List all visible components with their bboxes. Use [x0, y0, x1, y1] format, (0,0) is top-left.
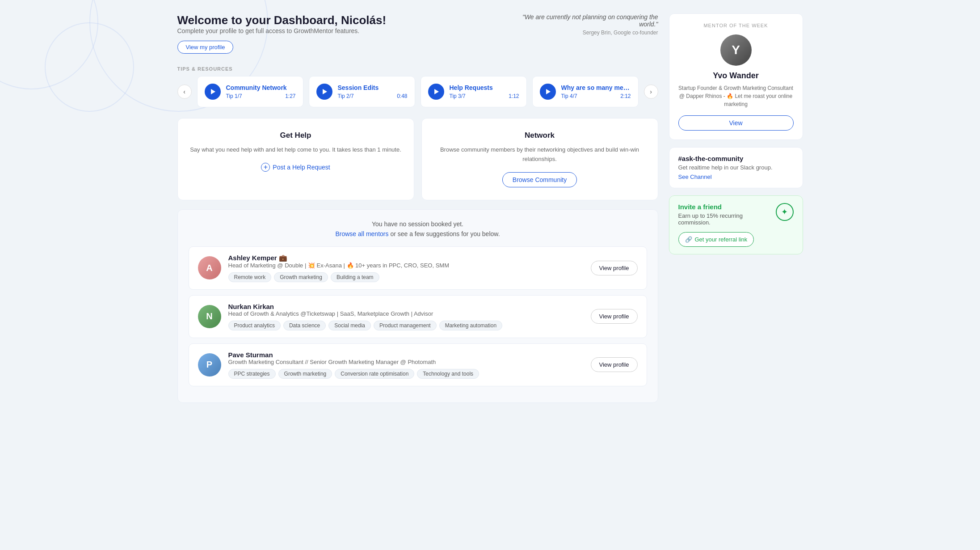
- browse-community-button[interactable]: Browse Community: [502, 172, 577, 187]
- get-help-title: Get Help: [189, 131, 403, 140]
- view-profile-button-1[interactable]: View profile: [591, 309, 638, 324]
- get-referral-link-button[interactable]: 🔗 Get your referral link: [678, 232, 754, 247]
- view-my-profile-button[interactable]: View my profile: [177, 41, 234, 54]
- invite-desc: Earn up to 15% recurring commission.: [678, 212, 776, 226]
- tip-info-1: Session Edits Tip 2/7 0:48: [338, 84, 408, 99]
- slack-desc: Get realtime help in our Slack group.: [678, 164, 794, 171]
- referral-btn-label: Get your referral link: [695, 236, 748, 243]
- help-network-row: Get Help Say what you need help with and…: [177, 118, 658, 200]
- tip-info-0: Community Network Tip 1/7 1:27: [226, 84, 296, 99]
- tag-ppc-strategies: PPC strategies: [228, 369, 276, 379]
- post-help-request-button[interactable]: + Post a Help Request: [261, 163, 330, 172]
- view-profile-button-0[interactable]: View profile: [591, 261, 638, 275]
- tips-list: Community Network Tip 1/7 1:27 Session E…: [197, 76, 639, 107]
- mentor-tags-2: PPC strategies Growth marketing Conversi…: [228, 369, 584, 379]
- mentors-section: You have no session booked yet. Browse a…: [177, 209, 658, 403]
- mentor-name-0: Ashley Kemper 💼: [228, 254, 584, 262]
- tip-card-1[interactable]: Session Edits Tip 2/7 0:48: [309, 76, 415, 107]
- browse-mentors-text: Browse all mentors or see a few suggesti…: [189, 230, 647, 237]
- browse-all-mentors-link[interactable]: Browse all mentors: [335, 230, 388, 237]
- page-header: Welcome to your Dashboard, Nicolás! Comp…: [177, 13, 658, 63]
- tip-card-2[interactable]: Help Requests Tip 3/7 1:12: [421, 76, 527, 107]
- network-desc: Browse community members by their networ…: [433, 145, 647, 164]
- network-card: Network Browse community members by thei…: [421, 118, 658, 200]
- tag-tech-tools: Technology and tools: [417, 369, 479, 379]
- tip-duration-2: 1:12: [509, 93, 519, 99]
- tag-social-media: Social media: [328, 321, 371, 330]
- quote-author: Sergey Brin, Google co-founder: [506, 30, 658, 36]
- carousel-prev-button[interactable]: ‹: [177, 85, 192, 99]
- welcome-section: Welcome to your Dashboard, Nicolás! Comp…: [177, 13, 387, 63]
- play-button-0[interactable]: [205, 84, 221, 100]
- mentor-week-avatar-letter: Y: [720, 34, 752, 66]
- mentor-week-desc: Startup Founder & Growth Marketing Consu…: [678, 84, 794, 108]
- no-session-text: You have no session booked yet.: [189, 220, 647, 228]
- avatar-0: A: [198, 256, 221, 279]
- mentor-card-2: P Pave Sturman Growth Marketing Consulta…: [189, 343, 647, 386]
- slack-card: #ask-the-community Get realtime help in …: [669, 147, 803, 188]
- quote-text: "We are currently not planning on conque…: [506, 13, 658, 28]
- tip-card-3[interactable]: Why are so many mentors free? Tip 4/7 2:…: [532, 76, 639, 107]
- play-button-1[interactable]: [316, 84, 332, 100]
- referral-btn-icon: 🔗: [685, 236, 692, 243]
- slack-title: #ask-the-community: [678, 155, 794, 162]
- mentor-desc-0: Head of Marketing @ Double | 💥 Ex-Asana …: [228, 262, 584, 269]
- tag-marketing-automation: Marketing automation: [439, 321, 502, 330]
- tip-duration-1: 0:48: [397, 93, 407, 99]
- mentor-card-0: A Ashley Kemper 💼 Head of Marketing @ Do…: [189, 246, 647, 290]
- tip-number-3: Tip 4/7: [561, 93, 577, 99]
- tip-title-3: Why are so many mentors free?: [561, 84, 631, 91]
- welcome-title: Welcome to your Dashboard, Nicolás!: [177, 13, 387, 27]
- mentor-card-1: N Nurkan Kirkan Head of Growth & Analyti…: [189, 295, 647, 338]
- tag-growth-marketing-2: Growth marketing: [278, 369, 332, 379]
- mentor-of-week-card: MENTOR OF THE WEEK Y Yvo Wander Startup …: [669, 13, 803, 140]
- tip-card-0[interactable]: Community Network Tip 1/7 1:27: [197, 76, 303, 107]
- mentor-info-0: Ashley Kemper 💼 Head of Marketing @ Doub…: [228, 254, 584, 282]
- network-title: Network: [433, 131, 647, 140]
- avatar-letter-2: P: [198, 353, 221, 377]
- tag-growth-marketing: Growth marketing: [274, 272, 328, 282]
- mentor-tags-0: Remote work Growth marketing Building a …: [228, 272, 584, 282]
- tip-title-1: Session Edits: [338, 84, 408, 91]
- right-sidebar: MENTOR OF THE WEEK Y Yvo Wander Startup …: [669, 13, 803, 403]
- invite-text-block: Invite a friend Earn up to 15% recurring…: [678, 203, 776, 232]
- post-help-label: Post a Help Request: [273, 164, 330, 171]
- carousel-next-button[interactable]: ›: [644, 85, 658, 99]
- mentor-desc-2: Growth Marketing Consultant // Senior Gr…: [228, 359, 584, 365]
- tag-remote-work: Remote work: [228, 272, 272, 282]
- quote-block: "We are currently not planning on conque…: [506, 13, 658, 36]
- tip-title-2: Help Requests: [450, 84, 519, 91]
- mentor-week-avatar: Y: [720, 34, 752, 66]
- subtitle: Complete your profile to get full access…: [177, 27, 387, 34]
- avatar-letter-0: A: [198, 256, 221, 279]
- mentor-info-1: Nurkan Kirkan Head of Growth & Analytics…: [228, 303, 584, 330]
- tips-section-label: TIPS & RESOURCES: [177, 66, 658, 72]
- avatar-1: N: [198, 305, 221, 328]
- invite-title: Invite a friend: [678, 203, 776, 211]
- avatar-2: P: [198, 353, 221, 377]
- mentor-name-1: Nurkan Kirkan: [228, 303, 584, 310]
- play-button-3[interactable]: [540, 84, 556, 100]
- mentor-week-name: Yvo Wander: [678, 71, 794, 80]
- view-profile-button-2[interactable]: View profile: [591, 357, 638, 372]
- tip-title-0: Community Network: [226, 84, 296, 91]
- tag-data-science: Data science: [283, 321, 326, 330]
- tag-building-team: Building a team: [331, 272, 379, 282]
- tip-duration-3: 2:12: [620, 93, 631, 99]
- tip-info-2: Help Requests Tip 3/7 1:12: [450, 84, 519, 99]
- browse-suffix: or see a few suggestions for you below.: [389, 230, 500, 237]
- invite-card: Invite a friend Earn up to 15% recurring…: [669, 195, 803, 254]
- invite-header: Invite a friend Earn up to 15% recurring…: [678, 203, 794, 232]
- mentor-desc-1: Head of Growth & Analytics @Ticketswap |…: [228, 310, 584, 317]
- mentor-name-2: Pave Sturman: [228, 351, 584, 359]
- tip-number-1: Tip 2/7: [338, 93, 354, 99]
- tag-product-management: Product management: [374, 321, 437, 330]
- tip-number-0: Tip 1/7: [226, 93, 242, 99]
- see-channel-link[interactable]: See Channel: [678, 173, 712, 180]
- tag-product-analytics: Product analytics: [228, 321, 281, 330]
- play-button-2[interactable]: [428, 84, 444, 100]
- get-help-card: Get Help Say what you need help with and…: [177, 118, 414, 200]
- plus-icon: +: [261, 163, 270, 172]
- get-help-desc: Say what you need help with and let help…: [189, 145, 403, 155]
- mentor-week-view-button[interactable]: View: [678, 115, 794, 131]
